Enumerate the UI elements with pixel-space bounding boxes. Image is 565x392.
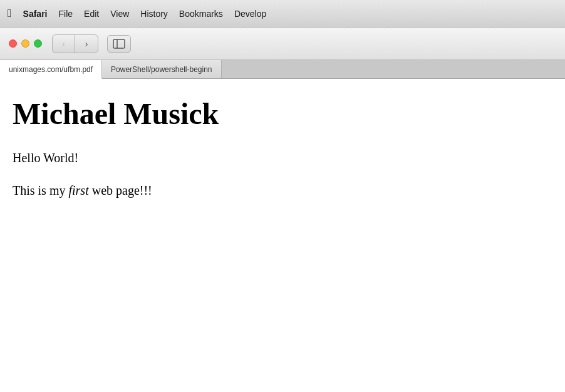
file-menu[interactable]: File (59, 9, 73, 19)
page-content: Michael Musick Hello World! This is my f… (0, 79, 565, 392)
traffic-lights (9, 39, 42, 48)
sidebar-toggle-button[interactable] (107, 35, 131, 53)
hello-world-text: Hello World! (13, 148, 552, 167)
minimize-button[interactable] (21, 39, 29, 48)
first-webpage-text: This is my first web page!!! (13, 181, 552, 200)
text-em: first (68, 183, 88, 197)
sidebar-icon (113, 39, 125, 49)
menubar:  Safari File Edit View History Bookmark… (0, 0, 565, 28)
svg-rect-0 (113, 39, 125, 48)
history-menu[interactable]: History (140, 9, 168, 19)
text-suffix: web page!!! (89, 183, 152, 197)
nav-buttons: ‹ › (52, 34, 98, 53)
apple-menu[interactable]:  (8, 7, 12, 20)
tab-ufbm[interactable]: unixmages.com/ufbm.pdf (0, 60, 102, 79)
close-button[interactable] (9, 39, 17, 48)
bookmarks-menu[interactable]: Bookmarks (179, 9, 223, 19)
tabbar: unixmages.com/ufbm.pdf PowerShell/powers… (0, 60, 565, 79)
page-title: Michael Musick (13, 98, 552, 131)
fullscreen-button[interactable] (34, 39, 42, 48)
view-menu[interactable]: View (110, 9, 129, 19)
tab-label: PowerShell/powershell-beginn (111, 65, 212, 74)
tab-label: unixmages.com/ufbm.pdf (9, 65, 93, 74)
toolbar: ‹ › (0, 28, 565, 60)
edit-menu[interactable]: Edit (84, 9, 99, 19)
safari-menu[interactable]: Safari (23, 9, 48, 19)
tab-powershell[interactable]: PowerShell/powershell-beginn (102, 60, 221, 78)
text-prefix: This is my (13, 183, 68, 197)
forward-button[interactable]: › (75, 35, 98, 53)
develop-menu[interactable]: Develop (234, 9, 266, 19)
back-button[interactable]: ‹ (53, 35, 75, 53)
